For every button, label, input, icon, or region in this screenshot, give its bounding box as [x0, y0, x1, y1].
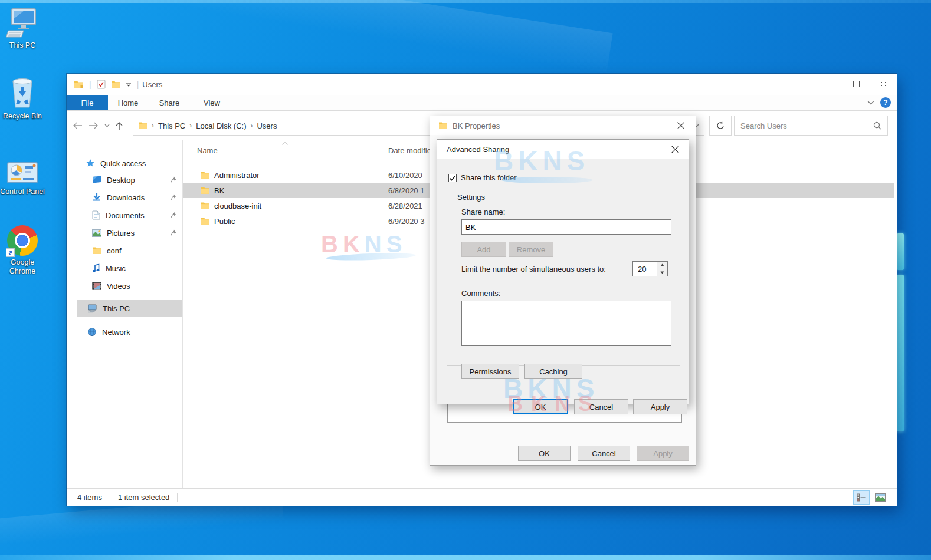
search-box [734, 116, 888, 136]
folder-icon [201, 202, 210, 210]
back-button[interactable] [73, 122, 83, 129]
column-header-name[interactable]: Name [197, 146, 218, 155]
expand-ribbon-chevron-icon[interactable] [867, 100, 874, 105]
properties-dialog-titlebar: BK Properties [430, 116, 696, 135]
permissions-button[interactable]: Permissions [461, 364, 519, 379]
quick-access-star-icon [86, 159, 95, 168]
sidebar-item-label: This PC [103, 304, 130, 313]
file-date: 6/8/2020 1 [388, 186, 424, 195]
address-folder-icon [138, 121, 147, 130]
tab-share[interactable]: Share [156, 95, 182, 110]
desktop-icon-label: Google Chrome [0, 258, 45, 276]
properties-apply-button[interactable]: Apply [637, 446, 689, 461]
sidebar-item-desktop[interactable]: Desktop [77, 172, 182, 188]
sidebar-item-this-pc[interactable]: This PC [77, 300, 182, 317]
chrome-icon [7, 225, 38, 256]
file-date: 6/9/2020 3 [388, 217, 424, 226]
wallpaper-streak [0, 0, 613, 74]
large-icons-view-button[interactable] [872, 490, 889, 505]
wallpaper-light-band [0, 0, 931, 3]
groupbox-legend: Settings [454, 193, 488, 202]
close-icon[interactable] [670, 117, 692, 134]
crumb-chevron-icon: › [250, 121, 253, 130]
desktop-icon-this-pc[interactable]: This PC [0, 6, 45, 50]
pictures-icon [92, 229, 101, 237]
explorer-logo-icon [73, 80, 84, 89]
sidebar-item-label: Documents [106, 211, 145, 220]
desktop-folder-icon [92, 176, 101, 184]
add-button[interactable]: Add [461, 242, 506, 257]
tab-home[interactable]: Home [115, 95, 141, 110]
comments-textarea[interactable] [461, 301, 671, 346]
properties-ok-button[interactable]: OK [518, 446, 571, 461]
file-name: cloudbase-init [214, 202, 261, 210]
qat-customize-chevron-icon[interactable] [126, 82, 132, 87]
refresh-button[interactable] [709, 116, 732, 136]
sidebar-item-label: Desktop [107, 176, 135, 185]
desktop-icon-control-panel[interactable]: Control Panel [0, 152, 45, 196]
desktop-icon-label: Control Panel [0, 187, 45, 196]
search-input[interactable] [740, 121, 873, 130]
recent-locations-chevron-icon[interactable] [104, 124, 110, 127]
limit-users-label: Limit the number of simultaneous users t… [461, 265, 606, 274]
forward-button[interactable] [88, 122, 99, 129]
sidebar-item-conf[interactable]: conf [77, 242, 182, 259]
checkbox-checked-icon[interactable] [448, 174, 457, 182]
desktop-icon-label: Recycle Bin [0, 112, 45, 121]
sort-ascending-icon [282, 142, 288, 145]
sidebar-item-quick-access[interactable]: Quick access [77, 155, 182, 172]
remove-button[interactable]: Remove [509, 242, 553, 257]
breadcrumb-users[interactable]: Users [257, 121, 277, 130]
share-name-input[interactable] [461, 219, 671, 235]
limit-users-spinner: 20 [632, 261, 668, 276]
desktop-icon-label: This PC [0, 41, 45, 50]
properties-cancel-button[interactable]: Cancel [578, 446, 630, 461]
desktop-icon-google-chrome[interactable]: Google Chrome [0, 223, 45, 276]
close-icon[interactable] [664, 141, 686, 157]
share-this-folder-checkbox-row[interactable]: Share this folder [448, 173, 517, 182]
sidebar-item-documents[interactable]: Documents [77, 207, 182, 223]
file-date: 6/10/2020 [388, 171, 422, 180]
advanced-sharing-cancel-button[interactable]: Cancel [574, 399, 628, 414]
spinner-value[interactable]: 20 [633, 262, 657, 276]
minimize-button[interactable] [815, 74, 843, 94]
close-button[interactable] [870, 74, 897, 94]
breadcrumb-local-disk-c[interactable]: Local Disk (C:) [196, 121, 246, 130]
sidebar-item-network[interactable]: Network [77, 324, 182, 340]
qat-new-folder-icon[interactable] [111, 80, 120, 88]
caching-button[interactable]: Caching [524, 364, 582, 379]
tab-file[interactable]: File [67, 95, 108, 110]
sidebar-item-label: conf [107, 246, 122, 255]
column-header-date-modified[interactable]: Date modified [388, 146, 435, 155]
sidebar-item-label: Pictures [107, 229, 135, 238]
spinner-down-icon[interactable] [657, 269, 667, 276]
advanced-sharing-ok-button[interactable]: OK [513, 399, 568, 414]
spinner-up-icon[interactable] [657, 262, 667, 269]
folder-icon [201, 217, 210, 225]
folder-icon [438, 121, 448, 130]
this-pc-small-icon [87, 304, 97, 313]
sidebar-item-downloads[interactable]: Downloads [77, 189, 182, 206]
documents-icon [92, 210, 100, 220]
tab-view[interactable]: View [200, 95, 224, 110]
file-name: Administrator [214, 171, 260, 180]
up-button[interactable] [116, 121, 123, 130]
sidebar-item-pictures[interactable]: Pictures [77, 225, 182, 241]
wallpaper-cyan-beam [897, 275, 904, 431]
search-icon[interactable] [873, 121, 881, 130]
sidebar-item-videos[interactable]: Videos [77, 278, 182, 294]
navigation-pane: Quick access Desktop Downloads [67, 140, 183, 488]
sidebar-item-label: Music [106, 264, 126, 273]
qat-properties-icon[interactable] [97, 80, 106, 89]
maximize-button[interactable] [843, 74, 870, 94]
crumb-chevron-icon: › [152, 121, 154, 130]
sidebar-item-music[interactable]: Music [77, 260, 182, 276]
this-pc-icon [0, 6, 45, 39]
details-view-button[interactable] [853, 490, 870, 505]
crumb-chevron-icon: › [189, 121, 192, 130]
desktop-icon-recycle-bin[interactable]: Recycle Bin [0, 77, 45, 121]
advanced-sharing-apply-button[interactable]: Apply [633, 399, 687, 414]
breadcrumb-this-pc[interactable]: This PC [158, 121, 185, 130]
file-name: BK [214, 186, 224, 195]
help-icon[interactable]: ? [880, 97, 891, 108]
